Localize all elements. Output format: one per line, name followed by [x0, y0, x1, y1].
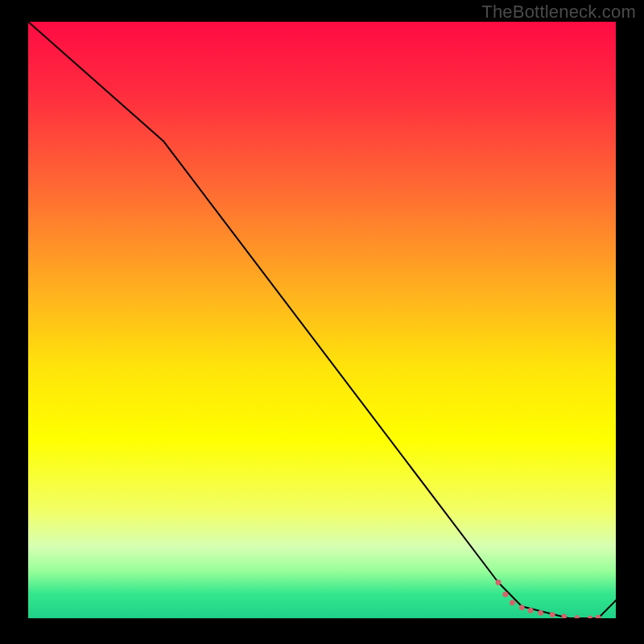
highlight-marker	[519, 605, 525, 610]
highlight-marker	[528, 608, 534, 613]
gradient-background	[28, 22, 616, 618]
highlight-marker	[596, 615, 601, 621]
highlight-marker	[588, 616, 592, 621]
highlight-marker	[550, 612, 555, 617]
bottleneck-chart	[0, 0, 644, 644]
watermark-text: TheBottleneck.com	[481, 2, 636, 23]
highlight-marker	[538, 610, 543, 616]
chart-frame: TheBottleneck.com	[0, 0, 644, 644]
highlight-marker	[562, 614, 567, 619]
highlight-marker	[510, 600, 515, 605]
highlight-marker	[502, 592, 508, 597]
highlight-marker	[575, 615, 580, 620]
highlight-marker	[496, 580, 502, 585]
